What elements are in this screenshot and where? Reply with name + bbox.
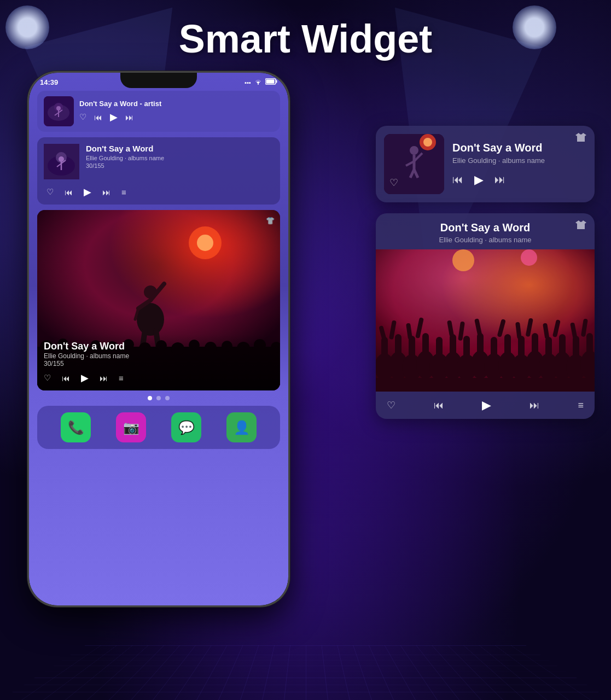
- rw2-next-icon[interactable]: ⏭: [529, 400, 539, 411]
- signal-icon: ▪▪▪: [245, 79, 251, 86]
- full-menu-icon[interactable]: [119, 374, 124, 383]
- dock-phone[interactable]: 📞: [61, 412, 91, 442]
- large-heart-icon[interactable]: [46, 187, 54, 197]
- large-menu-icon[interactable]: [121, 188, 126, 197]
- small-widget-title: Don't Say a Word - artist: [79, 100, 274, 108]
- dot-3[interactable]: [165, 396, 170, 400]
- rw2-heart-icon[interactable]: ♡: [387, 399, 395, 411]
- full-play-icon[interactable]: [81, 372, 89, 384]
- large-song-count: 30/155: [86, 162, 164, 169]
- right-widgets-container: ♡ Don't Say a Word Ellie Goulding · albu…: [376, 126, 595, 419]
- full-widget-controls: [44, 372, 274, 384]
- large-next-icon[interactable]: [102, 188, 110, 197]
- svg-rect-3: [266, 80, 275, 84]
- svg-point-16: [59, 156, 64, 162]
- small-next-icon[interactable]: [125, 113, 133, 122]
- small-play-icon[interactable]: [110, 111, 118, 123]
- large-widget-header: Don't Say a Word Ellie Goulding · albums…: [44, 144, 274, 179]
- svg-rect-2: [276, 80, 277, 83]
- right-widget-vertical: Don't Say a Word Ellie Goulding · albums…: [376, 213, 595, 419]
- rw1-next-icon[interactable]: ⏭: [494, 173, 505, 186]
- right-widget-1-art: ♡: [384, 134, 444, 194]
- full-heart-icon[interactable]: [44, 373, 51, 383]
- page-dots: [29, 396, 288, 400]
- full-widget-overlay: Don't Say a Word Ellie Goulding · albums…: [37, 334, 280, 390]
- small-widget-info: Don't Say a Word - artist: [79, 100, 274, 123]
- dock-camera[interactable]: 📷: [116, 412, 146, 442]
- rw2-prev-icon[interactable]: ⏮: [434, 400, 444, 411]
- right-widget-1-shirt[interactable]: [575, 132, 586, 144]
- battery-icon: [265, 78, 277, 86]
- small-widget-art: [44, 96, 74, 126]
- full-widget-count: 30/155: [44, 360, 274, 368]
- svg-point-55: [423, 138, 432, 147]
- full-widget: Don't Say a Word Ellie Goulding · albums…: [37, 210, 280, 390]
- rw1-play-icon[interactable]: ▶: [474, 173, 484, 187]
- phone-mockup: 14:39 ▪▪▪: [27, 71, 290, 607]
- full-widget-title: Don't Say a Word: [44, 341, 274, 352]
- right-widget-2-header: Don't Say a Word Ellie Goulding · albums…: [376, 213, 595, 249]
- right-widget-1-title: Don't Say a Word: [452, 142, 586, 154]
- page-title: Smart Widget: [0, 16, 611, 61]
- full-next-icon[interactable]: [100, 374, 108, 383]
- full-prev-icon[interactable]: [62, 374, 70, 383]
- right-widget-2-sub: Ellie Goulding · albums name: [384, 236, 586, 244]
- status-icons: ▪▪▪: [245, 78, 277, 86]
- floor-grid: [0, 645, 611, 700]
- dock-contacts[interactable]: 👤: [226, 412, 257, 442]
- phone-frame: 14:39 ▪▪▪: [27, 71, 290, 607]
- right-widget-2-footer: ♡ ⏮ ▶ ⏭ ≡: [376, 392, 595, 419]
- small-widget: Don't Say a Word - artist: [37, 91, 280, 132]
- svg-point-22: [197, 235, 213, 251]
- svg-point-8: [56, 106, 61, 110]
- full-widget-sub: Ellie Goulding · albums name: [44, 352, 274, 360]
- phone-notch: [120, 73, 197, 88]
- right-widget-1-controls: ⏮ ▶ ⏭: [452, 173, 586, 187]
- rw1-prev-icon[interactable]: ⏮: [452, 173, 463, 186]
- phone-dock: 📞 📷 💬 👤: [37, 406, 280, 449]
- right-widget-1-heart[interactable]: ♡: [389, 177, 398, 189]
- right-widget-1-sub: Ellie Goulding · albums name: [452, 156, 586, 165]
- phone-screen: 14:39 ▪▪▪: [29, 73, 288, 605]
- dot-1[interactable]: [148, 396, 152, 400]
- small-widget-controls: [79, 111, 274, 123]
- right-widget-horizontal: ♡ Don't Say a Word Ellie Goulding · albu…: [376, 126, 595, 202]
- large-play-icon[interactable]: [84, 186, 91, 198]
- dot-2[interactable]: [156, 396, 161, 400]
- rw2-play-icon[interactable]: ▶: [482, 398, 491, 412]
- shirt-icon[interactable]: [266, 215, 275, 225]
- status-time: 14:39: [40, 78, 58, 86]
- large-widget-info: Don't Say a Word Ellie Goulding · albums…: [86, 144, 164, 169]
- svg-point-0: [258, 84, 259, 85]
- large-widget: Don't Say a Word Ellie Goulding · albums…: [37, 137, 280, 205]
- right-widget-2-art: [376, 249, 595, 392]
- right-widget-2-title: Don't Say a Word: [384, 221, 586, 234]
- dock-messages[interactable]: 💬: [171, 412, 201, 442]
- large-song-sub: Ellie Goulding · albums name: [86, 155, 164, 161]
- svg-point-48: [410, 146, 418, 155]
- large-widget-controls: [44, 186, 274, 198]
- large-widget-art: [44, 144, 79, 179]
- small-prev-icon[interactable]: [94, 113, 102, 122]
- right-widget-1-info: Don't Say a Word Ellie Goulding · albums…: [452, 142, 586, 187]
- wifi-icon: [254, 78, 263, 86]
- right-widget-2-shirt[interactable]: [575, 220, 586, 232]
- small-heart-icon[interactable]: [79, 112, 86, 122]
- large-prev-icon[interactable]: [65, 188, 73, 197]
- large-song-title: Don't Say a Word: [86, 144, 164, 153]
- rw2-menu-icon[interactable]: ≡: [578, 400, 584, 411]
- svg-rect-108: [376, 249, 595, 392]
